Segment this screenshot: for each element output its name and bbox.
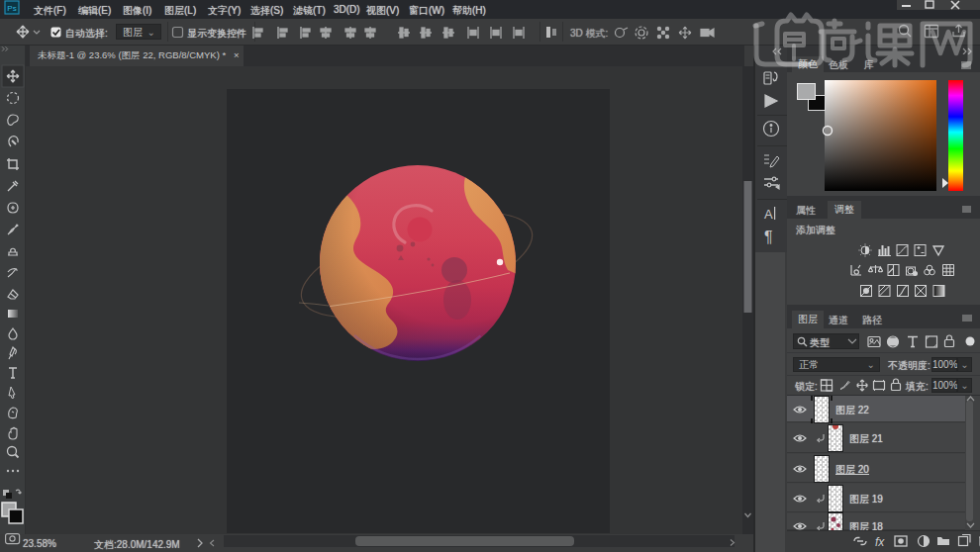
svg-text:Ps: Ps bbox=[7, 4, 16, 13]
svg-text:¶: ¶ bbox=[764, 229, 773, 245]
svg-text:fx: fx bbox=[875, 535, 885, 549]
svg-text:A: A bbox=[764, 207, 773, 222]
